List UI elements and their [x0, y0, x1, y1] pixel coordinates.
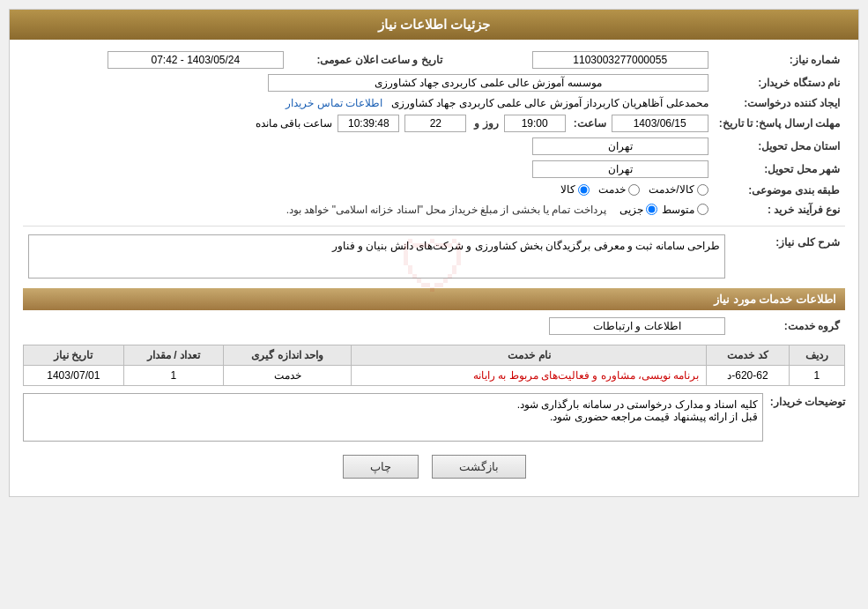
- buyer-notes-section: توضیحات خریدار: کلیه اسناد و مدارک درخوا…: [23, 393, 845, 442]
- announcement-value: 1403/05/24 - 07:42: [108, 51, 284, 69]
- send-date-row: 1403/06/15 ساعت: 19:00 روز و 22 10:39:48…: [28, 115, 708, 132]
- category-option-khedmat[interactable]: خدمت: [598, 183, 640, 196]
- row-purchase-type: نوع فرآیند خرید : متوسط جزیی پرداخت تمام…: [23, 201, 845, 219]
- purchase-type-row: متوسط جزیی پرداخت تمام یا بخشی از مبلغ خ…: [28, 204, 708, 216]
- need-number-value: 1103003277000055: [532, 51, 708, 69]
- row-creator: ایجاد کننده درخواست: محمدعلی آظاهریان کا…: [23, 94, 845, 112]
- cell-name: برنامه نویسی، مشاوره و فعالیت‌های مربوط …: [352, 365, 707, 385]
- remaining-value: 10:39:48: [338, 115, 399, 132]
- category-radio-group: کالا/خدمت خدمت کالا: [560, 183, 708, 196]
- province-value: تهران: [532, 137, 708, 155]
- purchase-type-label: نوع فرآیند خرید :: [714, 201, 845, 219]
- cell-row-num: 1: [789, 365, 844, 385]
- services-section-header: اطلاعات خدمات مورد نیاز: [23, 288, 845, 310]
- category-label-kala: کالا: [560, 183, 575, 196]
- description-table: شرح کلی نیاز: طراحی سامانه ثبت و معرفی ب…: [23, 232, 845, 281]
- service-group-table: گروه خدمت: اطلاعات و ارتباطات: [23, 315, 845, 338]
- page-header: جزئیات اطلاعات نیاز: [10, 10, 858, 40]
- col-header-unit: واحد اندازه گیری: [224, 345, 352, 365]
- row-buyer-name: نام دستگاه خریدار: موسسه آموزش عالی علمی…: [23, 71, 845, 94]
- purchase-radio-jozi[interactable]: [646, 204, 657, 215]
- bottom-buttons: بازگشت چاپ: [23, 455, 845, 479]
- purchase-radio-motavasset[interactable]: [697, 204, 708, 215]
- purchase-type-motavasset[interactable]: متوسط: [662, 204, 708, 216]
- buyer-name-value: موسسه آموزش عالی علمی کاربردی جهاد کشاور…: [268, 74, 708, 92]
- cell-quantity: 1: [123, 365, 223, 385]
- buyer-notes-label: توضیحات خریدار:: [770, 393, 845, 408]
- category-radio-khedmat[interactable]: [628, 184, 640, 196]
- table-row: 1 620-62-د برنامه نویسی، مشاوره و فعالیت…: [24, 365, 845, 385]
- category-option-kala[interactable]: کالا: [560, 183, 590, 196]
- services-table: ردیف کد خدمت نام خدمت واحد اندازه گیری ت…: [23, 345, 845, 386]
- creator-value: محمدعلی آظاهریان کاربرداز آموزش عالی علم…: [391, 97, 708, 109]
- cell-date: 1403/07/01: [24, 365, 124, 385]
- info-table: شماره نیاز: 1103003277000055 تاریخ و ساع…: [23, 48, 845, 219]
- remaining-label: ساعت باقی مانده: [256, 117, 333, 130]
- need-number-label: شماره نیاز:: [714, 48, 845, 71]
- buyer-notes-line1: کلیه اسناد و مدارک درخواستی در سامانه با…: [28, 398, 758, 411]
- category-label-kala-khedmat: کالا/خدمت: [649, 183, 694, 196]
- services-section-title: اطلاعات خدمات مورد نیاز: [714, 293, 836, 306]
- category-label: طبقه بندی موضوعی:: [714, 181, 845, 201]
- buyer-name-label: نام دستگاه خریدار:: [714, 71, 845, 94]
- purchase-label-motavasset: متوسط: [662, 204, 694, 216]
- row-service-group: گروه خدمت: اطلاعات و ارتباطات: [23, 315, 845, 338]
- announcement-label: تاریخ و ساعت اعلان عمومی:: [289, 48, 448, 71]
- service-group-label: گروه خدمت:: [731, 315, 845, 338]
- row-description: شرح کلی نیاز: طراحی سامانه ثبت و معرفی ب…: [23, 232, 845, 281]
- row-need-number: شماره نیاز: 1103003277000055 تاریخ و ساع…: [23, 48, 845, 71]
- buyer-notes-line2: قبل از ارائه پیشنهاد قیمت مراجعه حضوری ش…: [28, 411, 758, 423]
- buyer-notes-box: کلیه اسناد و مدارک درخواستی در سامانه با…: [23, 393, 763, 442]
- col-header-row: ردیف: [789, 345, 844, 365]
- category-radio-kala-khedmat[interactable]: [697, 184, 708, 196]
- row-city: شهر محل تحویل: تهران: [23, 158, 845, 181]
- print-button[interactable]: چاپ: [343, 455, 419, 479]
- content-area: 🛡 شماره نیاز: 1103003277000055 تاریخ و س…: [10, 40, 858, 496]
- city-label: شهر محل تحویل:: [714, 158, 845, 181]
- category-option-kala-khedmat[interactable]: کالا/خدمت: [649, 183, 708, 196]
- send-day-label: روز و: [474, 117, 498, 130]
- cell-code: 620-62-د: [707, 365, 789, 385]
- cell-unit: خدمت: [224, 365, 352, 385]
- city-value: تهران: [532, 160, 708, 178]
- description-label: شرح کلی نیاز:: [731, 232, 845, 281]
- province-label: استان محل تحویل:: [714, 135, 845, 158]
- back-button[interactable]: بازگشت: [432, 455, 526, 479]
- description-value: طراحی سامانه ثبت و معرفی برگزیدگان بخش ک…: [28, 234, 725, 279]
- row-send-date: مهلت ارسال پاسخ: تا تاریخ: 1403/06/15 سا…: [23, 112, 845, 135]
- creator-link[interactable]: اطلاعات تماس خریدار: [286, 97, 382, 109]
- main-container: جزئیات اطلاعات نیاز 🛡 شماره نیاز: 110300…: [9, 9, 859, 497]
- col-header-date: تاریخ نیاز: [24, 345, 124, 365]
- row-province: استان محل تحویل: تهران: [23, 135, 845, 158]
- row-category: طبقه بندی موضوعی: کالا/خدمت خدمت: [23, 181, 845, 201]
- services-table-header-row: ردیف کد خدمت نام خدمت واحد اندازه گیری ت…: [24, 345, 845, 365]
- send-time-label: ساعت:: [574, 117, 606, 130]
- page-title: جزئیات اطلاعات نیاز: [378, 17, 490, 32]
- send-date-value: 1403/06/15: [612, 115, 708, 132]
- purchase-type-jozi[interactable]: جزیی: [619, 204, 657, 216]
- purchase-label-jozi: جزیی: [619, 204, 643, 216]
- purchase-note: پرداخت تمام یا بخشی از مبلغ خریداز محل "…: [286, 204, 606, 216]
- col-header-code: کد خدمت: [707, 345, 789, 365]
- col-header-name: نام خدمت: [352, 345, 707, 365]
- divider-1: [23, 226, 845, 227]
- category-radio-kala[interactable]: [578, 184, 590, 196]
- send-day-value: 22: [404, 115, 466, 132]
- col-header-quantity: تعداد / مقدار: [123, 345, 223, 365]
- send-date-label: مهلت ارسال پاسخ: تا تاریخ:: [714, 112, 845, 135]
- creator-label: ایجاد کننده درخواست:: [714, 94, 845, 112]
- service-group-value: اطلاعات و ارتباطات: [549, 317, 725, 335]
- category-label-khedmat: خدمت: [598, 183, 626, 196]
- send-time-value: 19:00: [504, 115, 566, 132]
